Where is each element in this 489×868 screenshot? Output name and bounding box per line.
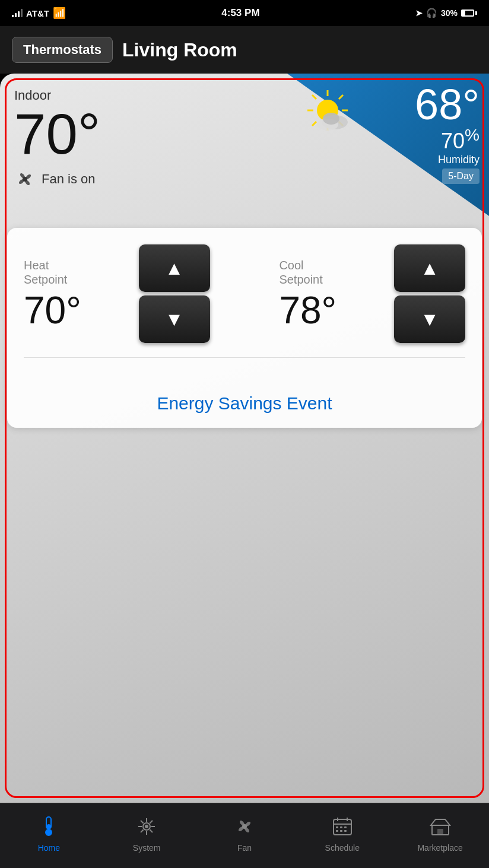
headphones-icon: 🎧 (426, 8, 437, 18)
fan-status-text: Fan is on (42, 171, 96, 187)
svg-rect-14 (47, 824, 50, 829)
svg-rect-34 (344, 826, 347, 828)
fan-tab-icon (231, 813, 258, 840)
cool-arrow-buttons (394, 244, 465, 343)
tab-marketplace[interactable]: Marketplace (391, 813, 489, 853)
tab-home-label: Home (38, 843, 60, 853)
status-left: AT&T 📶 (12, 7, 66, 20)
tab-schedule[interactable]: Schedule (293, 813, 391, 853)
cool-setpoint-group: CoolSetpoint 78° (279, 258, 336, 329)
room-title: Living Room (122, 39, 237, 61)
svg-line-23 (150, 829, 153, 832)
svg-rect-40 (437, 829, 443, 835)
card-divider (24, 357, 465, 358)
fan-icon (14, 168, 36, 190)
cool-setpoint-value: 78° (279, 291, 336, 329)
heat-setpoint-label: HeatSetpoint (24, 258, 67, 287)
main-content: 68° 70% Humidity 5-Day Indoor 70° Fan is… (0, 74, 489, 803)
thermostats-button[interactable]: Thermostats (12, 37, 113, 63)
svg-rect-36 (340, 830, 342, 832)
svg-rect-37 (344, 830, 347, 832)
cool-down-button[interactable] (394, 295, 465, 343)
heat-setpoint-group: HeatSetpoint 70° (24, 258, 81, 329)
home-icon (36, 813, 62, 840)
svg-point-11 (323, 113, 339, 125)
wifi-icon: 📶 (53, 7, 66, 20)
tab-bar: Home System (0, 803, 489, 868)
signal-icon (12, 9, 23, 17)
heat-down-button[interactable] (139, 295, 210, 343)
cool-setpoint-label: CoolSetpoint (279, 258, 322, 287)
tab-home[interactable]: Home (0, 813, 98, 853)
system-icon (134, 813, 160, 840)
fan-status-row: Fan is on (14, 168, 100, 190)
heat-setpoint-value: 70° (24, 291, 81, 329)
indoor-label: Indoor (14, 88, 100, 103)
tab-fan[interactable]: Fan (196, 813, 294, 853)
humidity-value: 70% (441, 129, 480, 153)
battery-percentage: 30% (441, 8, 458, 18)
svg-line-24 (150, 821, 153, 824)
control-card: HeatSetpoint 70° CoolSetpoint 78° (7, 228, 482, 428)
svg-rect-35 (336, 830, 338, 832)
location-icon: ➤ (415, 8, 423, 18)
tab-system-label: System (133, 843, 161, 853)
svg-line-8 (312, 122, 316, 126)
header: Thermostats Living Room (0, 26, 489, 74)
weather-icon (305, 88, 353, 135)
humidity-label: Humidity (415, 154, 480, 166)
tab-fan-label: Fan (237, 843, 252, 853)
five-day-button[interactable]: 5-Day (442, 168, 480, 184)
time-display: 4:53 PM (221, 7, 259, 19)
status-right: ➤ 🎧 30% (415, 8, 477, 18)
energy-savings-link[interactable]: Energy Savings Event (24, 393, 465, 414)
svg-line-25 (141, 829, 144, 832)
tab-system[interactable]: System (98, 813, 196, 853)
battery-icon (461, 9, 477, 17)
heat-arrow-buttons (139, 244, 210, 343)
schedule-icon (329, 813, 355, 840)
setpoints-row: HeatSetpoint 70° CoolSetpoint 78° (24, 244, 465, 343)
humidity-symbol: % (465, 126, 480, 144)
cool-up-button[interactable] (394, 244, 465, 292)
indoor-temperature: 70° (14, 106, 100, 163)
carrier-label: AT&T (26, 8, 49, 18)
indoor-section: Indoor 70° Fan is on (14, 88, 100, 190)
svg-line-5 (312, 95, 316, 99)
svg-rect-33 (340, 826, 342, 828)
heat-up-button[interactable] (139, 244, 210, 292)
weather-info: 68° 70% Humidity 5-Day (415, 83, 480, 184)
status-bar: AT&T 📶 4:53 PM ➤ 🎧 30% (0, 0, 489, 26)
svg-point-26 (145, 825, 148, 828)
svg-line-22 (141, 821, 144, 824)
svg-rect-32 (336, 826, 338, 828)
marketplace-icon (427, 813, 453, 840)
outdoor-temp: 68° (415, 83, 480, 126)
tab-marketplace-label: Marketplace (417, 843, 462, 853)
svg-line-7 (339, 95, 343, 99)
tab-schedule-label: Schedule (325, 843, 360, 853)
humidity-row: 70% Humidity (415, 126, 480, 166)
